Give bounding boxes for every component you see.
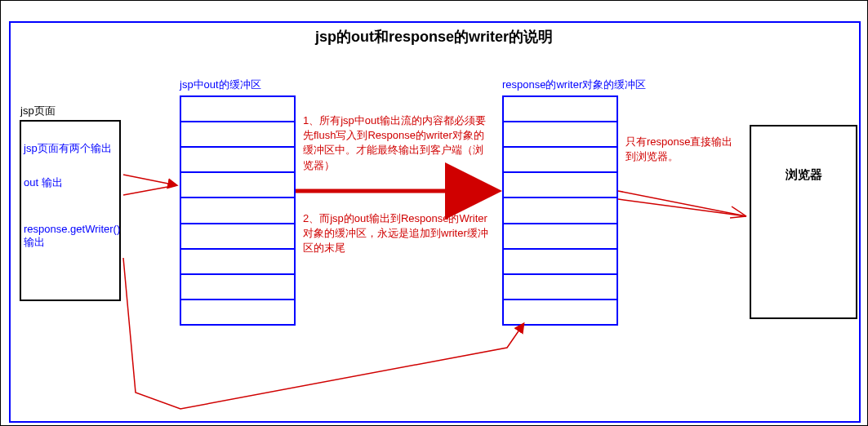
note-2: 2、而jsp的out输出到Response的Writer对象的缓冲区，永远是追加… — [303, 211, 491, 256]
buffer-cell — [181, 275, 294, 300]
buffer-cell — [181, 198, 294, 224]
diagram-title: jsp的out和response的writer的说明 — [1, 27, 867, 47]
buffer-cell — [181, 122, 294, 148]
buffer-cell — [504, 148, 617, 173]
note-1: 1、所有jsp中out输出流的内容都必须要先flush写入到Response的w… — [303, 113, 491, 173]
buffer-cell — [504, 224, 617, 250]
jsp-page-box: jsp页面有两个输出 out 输出 response.getWriter() 输… — [20, 120, 121, 301]
note-3: 只有response直接输出到浏览器。 — [625, 135, 740, 164]
buffer-cell — [181, 300, 294, 324]
jsp-page-item-c: response.getWriter() 输出 — [24, 223, 117, 250]
jsp-page-title: jsp页面 — [20, 104, 56, 118]
buffer-cell — [181, 250, 294, 275]
browser-label: 浏览器 — [786, 167, 822, 181]
buffer-cell — [504, 97, 617, 122]
buffer-cell — [504, 250, 617, 275]
browser-box: 浏览器 — [750, 125, 857, 319]
buffer-cell — [504, 275, 617, 300]
buffer-cell — [181, 97, 294, 122]
buffer-cell — [504, 198, 617, 224]
response-writer-buffer — [502, 95, 618, 326]
buffer-cell — [504, 300, 617, 324]
buffer-cell — [504, 122, 617, 148]
response-buffer-title: response的writer对象的缓冲区 — [502, 78, 646, 92]
jsp-page-item-a: jsp页面有两个输出 — [24, 141, 117, 156]
jsp-buffer-title: jsp中out的缓冲区 — [180, 78, 261, 92]
buffer-cell — [181, 224, 294, 250]
jsp-out-buffer — [180, 95, 296, 326]
buffer-cell — [504, 173, 617, 198]
diagram-canvas: jsp的out和response的writer的说明 jsp中out的缓冲区 r… — [0, 0, 868, 426]
buffer-cell — [181, 148, 294, 173]
buffer-cell — [181, 173, 294, 198]
jsp-page-item-b: out 输出 — [24, 175, 117, 190]
